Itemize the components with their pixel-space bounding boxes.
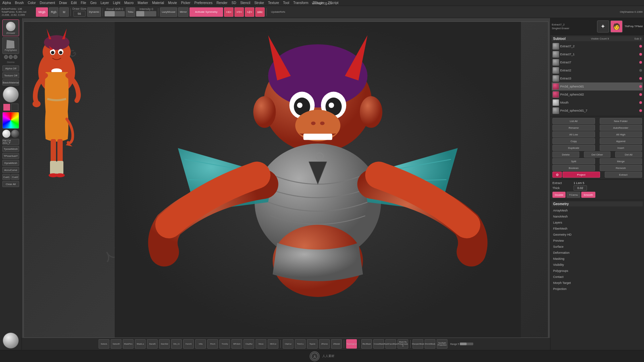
dyna-mesh-btn[interactable]: DynaMesh [2,160,19,166]
menu-layer[interactable]: Layer [100,1,110,5]
symmetry-btn[interactable]: Activate Symmetry [190,7,223,17]
star-icon-btn[interactable]: ✦ [597,20,609,33]
texture-off-btn[interactable]: Texture Off [2,72,19,78]
clipcur-btn[interactable]: ClipCur [283,339,293,349]
white-sphere[interactable] [2,130,10,138]
subtool-item-1[interactable]: Extract7_1 [552,50,643,58]
topolo-btn[interactable]: Topolo [307,339,318,349]
morph-target-item[interactable]: Morph Target [552,280,643,286]
menu-texture[interactable]: Texture [267,1,280,5]
menu-transform[interactable]: Transform [292,1,309,5]
duplicate-btn[interactable]: Duplicate [552,145,595,151]
cust2-btn[interactable]: Cust2 [11,174,19,180]
menu-material[interactable]: Material [151,1,165,5]
menu-macro[interactable]: Macro [123,1,135,5]
spotlight-btn[interactable]: Spotlight Projection [437,339,447,349]
infla-btn[interactable]: Infla [195,339,206,349]
m-btn[interactable]: M [59,7,69,17]
copy-btn[interactable]: Copy [552,138,595,144]
all-low-btn[interactable]: All Low [552,131,595,137]
geometry-header[interactable]: Geometry [552,201,643,206]
menu-geo[interactable]: Geo [89,1,98,5]
subtool-header[interactable]: Subtool Visible Count 9 Sub 3 [552,36,643,41]
remesh-btn[interactable]: Remesh [600,165,642,171]
move-btn[interactable]: Move [256,339,266,349]
tcarnu-toggle[interactable]: TCarnu [567,192,580,198]
del-other-btn[interactable]: Del Other [584,152,611,158]
dot1[interactable] [4,55,8,59]
y-sym-btn[interactable]: >Y< [234,7,244,17]
surface-item[interactable]: Surface [552,244,643,250]
contact-item[interactable]: Contact [552,274,643,280]
append-btn[interactable]: Append [600,138,642,144]
selectL-btn[interactable]: SelectL [99,339,109,349]
all-high-btn[interactable]: All High [600,131,642,137]
trimcu-btn[interactable]: TrimCu [295,339,306,349]
subtool-item-5[interactable]: Pm3d_sphere3d1 [552,82,643,90]
menu-render[interactable]: Render [215,1,228,5]
split-btn[interactable]: Split [552,158,595,164]
subtool-item-8[interactable]: Pm3d_sphere3d1_7 [552,107,643,115]
mrgb-btn[interactable]: Mrgb [36,7,48,17]
geo-hd-item[interactable]: Geometry HD [552,232,643,238]
maskpen-btn[interactable]: MaskPen [123,339,133,349]
tpose-mesh-btn[interactable]: TposeMesh [2,146,19,152]
flat-col-btn[interactable]: Flat Col Zero_P [2,139,19,145]
foreground-color[interactable] [3,104,10,111]
stands-btn[interactable]: StandS [147,339,158,349]
focal-slider[interactable] [105,11,125,16]
maskbypolygroups-btn[interactable]: Mask By Polygroups 0 [397,339,408,349]
canvas-area[interactable]: RRCG 人人素材 RRCG 人人素材 RRCG [22,18,550,350]
menu-edit[interactable]: Edit [70,1,78,5]
menu-tool[interactable]: Tool [282,1,290,5]
dot3[interactable] [13,55,17,59]
menu-document[interactable]: Document [39,1,56,5]
del-all-btn[interactable]: Del All [615,152,642,158]
topological-btn[interactable]: Topological [346,339,357,349]
project-btn[interactable]: Project [562,172,600,178]
menu-preferences[interactable]: Preferences [193,1,213,5]
zmodel-btn[interactable]: ZModel [331,339,342,349]
menu-alpha[interactable]: Alpha [1,1,12,5]
m-sym-btn[interactable]: sMc [255,7,265,17]
merge-btn[interactable]: Merge [600,158,642,164]
menu-sd[interactable]: SD [230,1,237,5]
insert-btn[interactable]: Insert [600,145,642,151]
maskla-btn[interactable]: MaskLa [135,339,146,349]
trimdy-btn[interactable]: TrimDy [219,339,230,349]
color-wheel[interactable] [2,112,19,129]
x-sym-btn[interactable]: >X< [224,7,233,17]
pinch-btn[interactable]: Pinch [207,339,218,349]
dynamic-btn[interactable]: Dynamic [87,7,101,17]
crossmask-btn[interactable]: CrossMask [373,339,384,349]
projection-item[interactable]: Projection [552,286,643,292]
rgb-btn[interactable]: Rgb [49,7,58,17]
zdrawer-tool[interactable]: ZDrawer [2,19,19,36]
bottom-sphere-preview[interactable] [3,333,19,349]
array-mesh-item[interactable]: ArrayMesh [552,207,643,214]
subtool-item-3[interactable]: Extract2 [552,66,643,74]
dot2[interactable] [9,55,13,59]
nano-mesh-item[interactable]: NanoMesh [552,214,643,220]
draw-size-input[interactable] [73,11,86,17]
z-sym-btn[interactable]: >Z< [245,7,254,17]
dark-sphere[interactable] [11,130,19,138]
menu-file[interactable]: File [80,1,87,5]
selectR-btn[interactable]: SelectR [111,339,121,349]
deformation-item[interactable]: Deformation [552,250,643,256]
delete-btn[interactable]: Delete [552,152,579,158]
menu-color[interactable]: Color [27,1,37,5]
cust1-btn[interactable]: Cust1 [2,174,10,180]
menu-brush[interactable]: Brush [14,1,25,5]
claybui-btn[interactable]: ClayBui [244,339,254,349]
double-toggle[interactable]: Double [552,192,566,198]
zreme-btn[interactable]: ZReme [319,339,330,349]
fiber-mesh-item[interactable]: FiberMesh [552,226,643,232]
menu-stencil[interactable]: Stencil [239,1,251,5]
basic-material-btn[interactable]: BasicMaterial [2,79,19,85]
preview-item[interactable]: Preview [552,238,643,244]
thick-input[interactable] [574,185,587,191]
polygroups-item[interactable]: Polygroups [552,268,643,274]
intensity-slider[interactable] [136,11,156,16]
subtool-item-7[interactable]: Mouth [552,99,643,107]
